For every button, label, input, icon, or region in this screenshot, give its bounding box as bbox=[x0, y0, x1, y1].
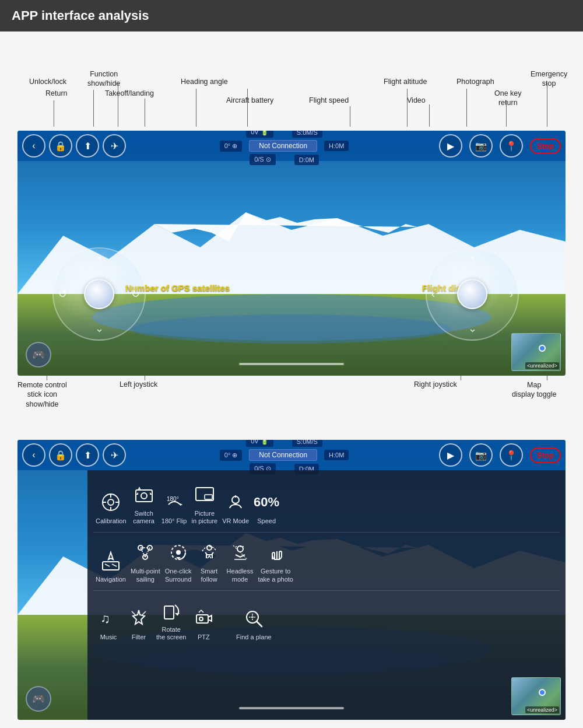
connector-speed bbox=[350, 106, 350, 127]
menu-one-click-surround[interactable]: One-clickSurround bbox=[163, 535, 194, 587]
find-plane-label: Find a plane bbox=[236, 634, 272, 641]
menu-multipoint-sailing[interactable]: Multi-pointsailing bbox=[128, 535, 163, 587]
svg-line-48 bbox=[257, 621, 262, 626]
gesture-photo-icon bbox=[263, 540, 289, 565]
music-icon: ♫ bbox=[96, 606, 121, 631]
speed-display: S:0M/S bbox=[292, 131, 322, 138]
menu-flip-180[interactable]: 180° 180° Flip bbox=[159, 477, 189, 530]
music-label: Music bbox=[100, 634, 117, 641]
pip-label: Picturein picture bbox=[192, 510, 218, 525]
svg-line-42 bbox=[142, 611, 146, 615]
menu-ptz[interactable]: PTZ bbox=[188, 593, 219, 646]
right-joystick-left-arrow: ‹ bbox=[431, 288, 435, 300]
drone-view-1: ‹ 🔒 ⬆ ✈ 0V 🔋 S:0M/S bbox=[17, 131, 566, 376]
svg-point-46 bbox=[199, 617, 203, 621]
screen1: ‹ 🔒 ⬆ ✈ 0V 🔋 S:0M/S bbox=[17, 131, 566, 376]
right-joystick-control[interactable]: ⌃ ⌄ ‹ › bbox=[426, 247, 519, 341]
right-joystick-right-arrow: › bbox=[510, 288, 513, 300]
switch-camera-label: Switchcamera bbox=[133, 510, 154, 525]
menu-vr-mode[interactable]: VR Mode bbox=[220, 477, 251, 530]
right-joystick-up-arrow: ⌃ bbox=[468, 254, 477, 267]
menu-picture-in-picture[interactable]: Picturein picture bbox=[189, 477, 220, 530]
conn-below-remote bbox=[47, 376, 47, 380]
connector-battery bbox=[247, 89, 248, 127]
menu-music[interactable]: ♫ Music bbox=[93, 593, 124, 646]
menu-headless-mode[interactable]: Headlessmode bbox=[224, 535, 256, 587]
menu-switch-camera[interactable]: Switchcamera bbox=[129, 477, 159, 530]
vr-mode-label: VR Mode bbox=[222, 517, 249, 525]
return-button[interactable]: ‹ bbox=[22, 134, 45, 158]
below-labels-area: Remote controlstick iconshow/hide Left j… bbox=[17, 376, 566, 428]
speed-label: Speed bbox=[257, 517, 276, 525]
top-bar-right: ▶ 📷 📍 Stop bbox=[439, 134, 561, 158]
connector-one-key bbox=[506, 100, 507, 127]
left-joystick-rotate-right-arrow: ↻ bbox=[131, 288, 140, 300]
left-joystick-up-arrow: ⌃ bbox=[95, 254, 104, 267]
takeoff-landing-button-2[interactable]: ⬆ bbox=[76, 443, 99, 467]
photograph-button[interactable]: 📷 bbox=[469, 134, 493, 158]
multipoint-sailing-label: Multi-pointsailing bbox=[131, 568, 160, 583]
menu-smart-follow[interactable]: Smartfollow bbox=[194, 535, 224, 587]
menu-gesture-photo[interactable]: Gesture totake a photo bbox=[255, 535, 296, 587]
menu-speed[interactable]: 60% Speed bbox=[251, 477, 282, 530]
status-row-top: 0V 🔋 S:0M/S bbox=[246, 131, 322, 138]
drone-button-2[interactable]: ✈ bbox=[103, 443, 126, 467]
left-joystick-knob[interactable] bbox=[84, 279, 114, 309]
label-unlock-lock: Unlock/lock bbox=[29, 77, 66, 86]
return-button-2[interactable]: ‹ bbox=[22, 443, 45, 467]
video-button-2[interactable]: ▶ bbox=[439, 443, 462, 467]
smart-follow-icon bbox=[196, 540, 222, 565]
top-bar-right-2: ▶ 📷 📍 Stop bbox=[439, 443, 561, 467]
remote-control-icon[interactable]: 🎮 bbox=[26, 342, 51, 368]
gap-between-screens bbox=[12, 428, 571, 440]
conn-below-right-joy bbox=[461, 376, 461, 380]
calibration-icon bbox=[98, 489, 124, 515]
rotate-screen-label: Rotatethe screen bbox=[156, 626, 186, 641]
menu-navigation[interactable]: Navigation bbox=[93, 535, 128, 587]
map-unrealized-label-2: <unrealized> bbox=[525, 706, 559, 713]
ptz-label: PTZ bbox=[198, 634, 210, 641]
unlock-lock-button[interactable]: 🔒 bbox=[49, 134, 72, 158]
right-joystick-knob[interactable] bbox=[457, 279, 487, 309]
speed-icon: 60% bbox=[254, 489, 279, 515]
map-thumbnail-2[interactable]: <unrealized> bbox=[511, 677, 561, 715]
conn-below-left-joy bbox=[145, 376, 145, 380]
stop-button-2[interactable]: Stop bbox=[530, 447, 561, 463]
svg-rect-22 bbox=[205, 495, 212, 499]
video-button[interactable]: ▶ bbox=[439, 134, 462, 158]
left-joystick-control[interactable]: ⌃ ⌄ ↺ ↻ bbox=[52, 247, 146, 341]
menu-find-plane[interactable]: Find a plane bbox=[219, 593, 289, 646]
svg-rect-18 bbox=[136, 490, 152, 502]
svg-marker-44 bbox=[175, 613, 180, 615]
one-click-surround-icon bbox=[166, 540, 191, 565]
multipoint-sailing-icon bbox=[132, 540, 158, 565]
svg-point-13 bbox=[108, 499, 114, 505]
right-joystick-down-arrow: ⌄ bbox=[468, 322, 477, 335]
menu-rotate-screen[interactable]: Rotatethe screen bbox=[154, 593, 188, 646]
takeoff-landing-button[interactable]: ⬆ bbox=[76, 134, 99, 158]
position-bar-2 bbox=[239, 707, 344, 709]
menu-calibration[interactable]: Calibration bbox=[93, 477, 129, 530]
photograph-button-2[interactable]: 📷 bbox=[469, 443, 493, 467]
stop-button[interactable]: Stop bbox=[530, 138, 561, 154]
remote-control-icon-2[interactable]: 🎮 bbox=[26, 686, 51, 712]
label-flight-speed: Flight speed bbox=[309, 96, 349, 105]
svg-rect-25 bbox=[103, 562, 119, 570]
one-key-return-button-2[interactable]: 📍 bbox=[500, 443, 523, 467]
menu-row-3: ♫ Music Filter Rotateth bbox=[93, 593, 560, 646]
altitude-display: H:0M bbox=[324, 141, 349, 151]
connection-status-2: Not Connection bbox=[249, 449, 317, 461]
distance-display: D:0M bbox=[294, 155, 319, 165]
label-return: Return bbox=[45, 89, 68, 98]
unlock-lock-button-2[interactable]: 🔒 bbox=[49, 443, 72, 467]
connector-function bbox=[118, 83, 118, 127]
svg-point-5 bbox=[132, 314, 451, 344]
map-thumbnail[interactable]: <unrealized> bbox=[511, 333, 561, 371]
speed-display-2: S:0M/S bbox=[292, 440, 322, 447]
label-function-show-hide: Functionshow/hide bbox=[87, 69, 120, 89]
menu-filter[interactable]: Filter bbox=[124, 593, 154, 646]
altitude-display-2: H:0M bbox=[324, 450, 349, 460]
label-takeoff-landing: Takeoff/landing bbox=[105, 89, 154, 98]
one-key-return-button[interactable]: 📍 bbox=[500, 134, 523, 158]
drone-button[interactable]: ✈ bbox=[103, 134, 126, 158]
